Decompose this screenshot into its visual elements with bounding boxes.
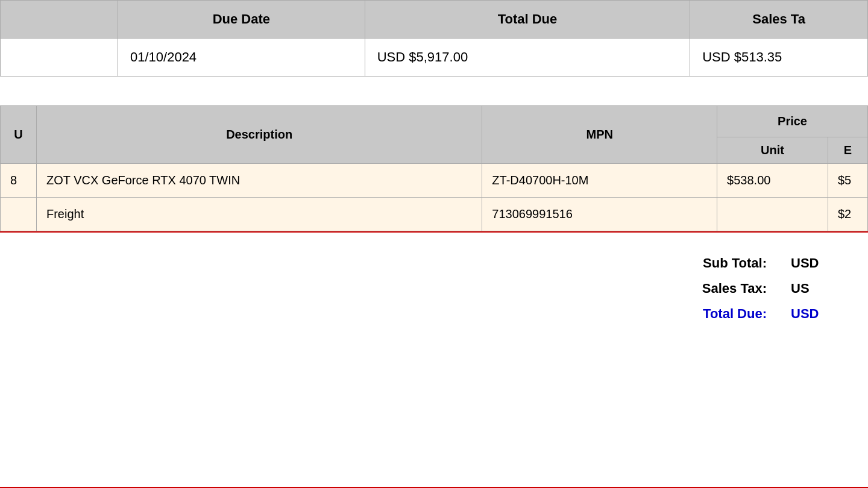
summary-blank-header (1, 1, 118, 39)
table-spacer (0, 77, 868, 105)
total-due-row: Total Due: USD (627, 301, 868, 327)
table-row: 8 ZOT VCX GeForce RTX 4070 TWIN ZT-D4070… (1, 164, 868, 198)
table-row: Freight 713069991516 $2 (1, 198, 868, 231)
sales-tax-row: Sales Tax: US (627, 276, 868, 301)
item-unit-price-2 (717, 198, 828, 231)
item-ext-price-1: $5 (828, 164, 867, 198)
summary-table: Due Date Total Due Sales Ta 01/10/2024 U… (0, 0, 868, 77)
item-description-1: ZOT VCX GeForce RTX 4070 TWIN (36, 164, 482, 198)
item-sku-1: 8 (1, 164, 37, 198)
totals-table: Sub Total: USD Sales Tax: US Total Due: … (627, 251, 868, 327)
sales-tax-header: Sales Ta (690, 1, 868, 39)
price-header: Price (717, 106, 868, 137)
item-description-2: Freight (36, 198, 482, 231)
mpn-header: MPN (482, 106, 717, 164)
description-header: Description (36, 106, 482, 164)
item-unit-price-1: $538.00 (717, 164, 828, 198)
due-date-header: Due Date (118, 1, 365, 39)
item-mpn-1: ZT-D40700H-10M (482, 164, 717, 198)
total-due-total-label: Total Due: (627, 301, 779, 327)
item-sku-2 (1, 198, 37, 231)
sub-total-label: Sub Total: (627, 251, 779, 276)
invoice-page: Due Date Total Due Sales Ta 01/10/2024 U… (0, 0, 868, 488)
ext-price-header: E (828, 137, 867, 164)
sales-tax-total-value: US (779, 276, 868, 301)
sub-total-row: Sub Total: USD (627, 251, 868, 276)
unit-price-header: Unit (717, 137, 828, 164)
totals-section: Sub Total: USD Sales Tax: US Total Due: … (0, 233, 868, 327)
total-due-value: USD $5,917.00 (365, 39, 690, 77)
item-ext-price-2: $2 (828, 198, 867, 231)
summary-blank-cell (1, 39, 118, 77)
sub-total-value: USD (779, 251, 868, 276)
items-table: U Description MPN Price Unit E 8 ZOT VCX… (0, 105, 868, 231)
total-due-total-value: USD (779, 301, 868, 327)
item-mpn-2: 713069991516 (482, 198, 717, 231)
due-date-value: 01/10/2024 (118, 39, 365, 77)
sales-tax-total-label: Sales Tax: (627, 276, 779, 301)
sku-header: U (1, 106, 37, 164)
total-due-header: Total Due (365, 1, 690, 39)
sales-tax-value: USD $513.35 (690, 39, 868, 77)
